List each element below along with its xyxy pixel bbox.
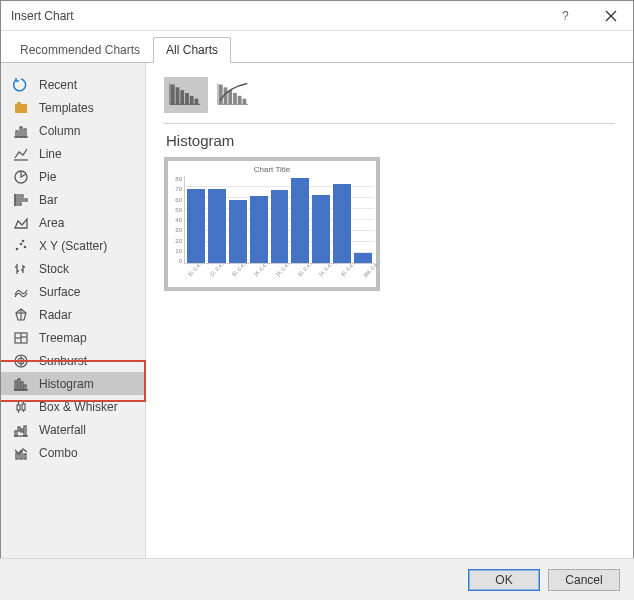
svg-rect-63 bbox=[219, 85, 223, 105]
bar-icon bbox=[13, 192, 29, 208]
svg-rect-36 bbox=[15, 381, 17, 390]
tab-recommended-charts[interactable]: Recommended Charts bbox=[7, 37, 153, 63]
svg-rect-44 bbox=[22, 404, 25, 410]
svg-rect-50 bbox=[24, 426, 26, 436]
sidebar-label: Box & Whisker bbox=[39, 400, 118, 414]
tab-bar: Recommended Charts All Charts bbox=[1, 31, 633, 63]
area-icon bbox=[13, 215, 29, 231]
sidebar-item-area[interactable]: Area bbox=[1, 211, 145, 234]
sidebar-label: Treemap bbox=[39, 331, 87, 345]
svg-rect-58 bbox=[185, 93, 189, 104]
svg-rect-56 bbox=[176, 87, 180, 104]
svg-rect-67 bbox=[238, 96, 242, 105]
close-button[interactable] bbox=[588, 1, 633, 31]
section-title: Histogram bbox=[166, 132, 615, 149]
sidebar-item-histogram[interactable]: Histogram bbox=[1, 372, 145, 395]
combo-icon bbox=[13, 445, 29, 461]
pie-icon bbox=[13, 169, 29, 185]
sidebar-item-pie[interactable]: Pie bbox=[1, 165, 145, 188]
treemap-icon bbox=[13, 330, 29, 346]
chart-type-sidebar: Recent Templates Column Line Pie bbox=[1, 63, 146, 561]
chart-subtype-row bbox=[164, 77, 615, 124]
line-icon bbox=[13, 146, 29, 162]
svg-point-17 bbox=[24, 245, 27, 248]
svg-rect-49 bbox=[21, 429, 23, 432]
sidebar-item-waterfall[interactable]: Waterfall bbox=[1, 418, 145, 441]
sidebar-item-line[interactable]: Line bbox=[1, 142, 145, 165]
sidebar-item-scatter[interactable]: X Y (Scatter) bbox=[1, 234, 145, 257]
svg-rect-6 bbox=[20, 127, 22, 137]
svg-rect-65 bbox=[228, 90, 232, 104]
sidebar-item-column[interactable]: Column bbox=[1, 119, 145, 142]
sidebar-label: Radar bbox=[39, 308, 72, 322]
sidebar-item-treemap[interactable]: Treemap bbox=[1, 326, 145, 349]
chart-bars bbox=[184, 176, 374, 264]
box-whisker-icon bbox=[13, 399, 29, 415]
sidebar-item-radar[interactable]: Radar bbox=[1, 303, 145, 326]
subtype-histogram[interactable] bbox=[164, 77, 208, 113]
svg-point-15 bbox=[16, 247, 19, 250]
svg-rect-37 bbox=[18, 379, 20, 390]
subtype-pareto[interactable] bbox=[212, 77, 256, 113]
svg-rect-7 bbox=[24, 129, 26, 137]
sidebar-label: Sunburst bbox=[39, 354, 87, 368]
radar-icon bbox=[13, 307, 29, 323]
svg-point-18 bbox=[22, 239, 25, 242]
svg-rect-4 bbox=[17, 102, 21, 105]
svg-rect-13 bbox=[15, 203, 21, 205]
svg-rect-55 bbox=[171, 85, 175, 105]
ok-button[interactable]: OK bbox=[468, 569, 540, 591]
dialog-footer: OK Cancel bbox=[0, 558, 634, 600]
svg-rect-52 bbox=[16, 453, 18, 459]
column-icon bbox=[13, 123, 29, 139]
tab-all-charts[interactable]: All Charts bbox=[153, 37, 231, 63]
sidebar-label: Surface bbox=[39, 285, 80, 299]
waterfall-icon bbox=[13, 422, 29, 438]
sidebar-item-templates[interactable]: Templates bbox=[1, 96, 145, 119]
scatter-icon bbox=[13, 238, 29, 254]
sidebar-label: Area bbox=[39, 216, 64, 230]
sidebar-label: Line bbox=[39, 147, 62, 161]
sidebar-label: Pie bbox=[39, 170, 56, 184]
svg-rect-5 bbox=[16, 131, 18, 137]
titlebar: Insert Chart ? bbox=[1, 1, 633, 31]
sidebar-label: Stock bbox=[39, 262, 69, 276]
recent-icon bbox=[13, 77, 29, 93]
chart-title: Chart Title bbox=[170, 165, 374, 174]
chart-preview[interactable]: Chart Title 80706050403020100 [0, 0.4…[2… bbox=[164, 157, 380, 291]
sidebar-item-bar[interactable]: Bar bbox=[1, 188, 145, 211]
chart-plot-area: 80706050403020100 bbox=[170, 176, 374, 264]
svg-point-16 bbox=[20, 242, 23, 245]
stock-icon bbox=[13, 261, 29, 277]
sidebar-item-combo[interactable]: Combo bbox=[1, 441, 145, 464]
sidebar-label: Histogram bbox=[39, 377, 94, 391]
svg-rect-39 bbox=[24, 385, 26, 390]
window-title: Insert Chart bbox=[1, 9, 74, 23]
svg-rect-3 bbox=[15, 104, 27, 113]
svg-rect-12 bbox=[15, 199, 27, 201]
svg-rect-38 bbox=[21, 382, 23, 390]
sidebar-item-stock[interactable]: Stock bbox=[1, 257, 145, 280]
help-button[interactable]: ? bbox=[543, 1, 588, 31]
svg-rect-11 bbox=[15, 195, 23, 197]
content-panel: Histogram Chart Title 80706050403020100 … bbox=[146, 63, 633, 561]
chart-x-axis: [0, 0.4…[2, 0.4…[0, 0.4…[4, 0.4…[4, 0.4…… bbox=[170, 264, 374, 290]
svg-rect-41 bbox=[17, 405, 20, 410]
svg-rect-60 bbox=[195, 99, 199, 105]
templates-icon bbox=[13, 100, 29, 116]
sidebar-label: Bar bbox=[39, 193, 58, 207]
sidebar-label: Waterfall bbox=[39, 423, 86, 437]
sidebar-item-sunburst[interactable]: Sunburst bbox=[1, 349, 145, 372]
sidebar-item-box-whisker[interactable]: Box & Whisker bbox=[1, 395, 145, 418]
sidebar-label: Combo bbox=[39, 446, 78, 460]
surface-icon bbox=[13, 284, 29, 300]
svg-rect-54 bbox=[24, 454, 26, 459]
sidebar-item-recent[interactable]: Recent bbox=[1, 73, 145, 96]
dialog-body: Recent Templates Column Line Pie bbox=[1, 63, 633, 561]
histogram-icon bbox=[13, 376, 29, 392]
sidebar-item-surface[interactable]: Surface bbox=[1, 280, 145, 303]
sunburst-icon bbox=[13, 353, 29, 369]
cancel-button[interactable]: Cancel bbox=[548, 569, 620, 591]
svg-rect-59 bbox=[190, 96, 194, 105]
chart-y-axis: 80706050403020100 bbox=[170, 176, 184, 264]
